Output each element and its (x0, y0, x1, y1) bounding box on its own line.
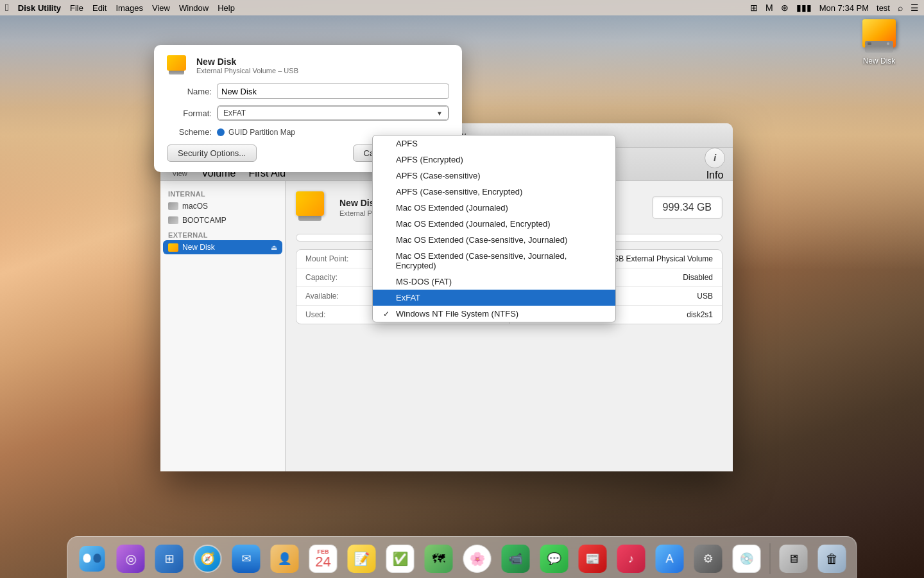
sidebar-external-header: External (160, 227, 285, 240)
type-value: USB External Physical Volume (608, 254, 713, 263)
connection-value: USB (697, 292, 713, 301)
available-label: Available: (305, 292, 339, 301)
erase-name-row: Name: (167, 83, 449, 99)
dock-separator (770, 543, 771, 574)
menu-help[interactable]: Help (218, 3, 235, 13)
dock-maps[interactable]: 🗺 (421, 541, 457, 577)
menu-view[interactable]: View (152, 3, 170, 13)
dock: ◎ ⊞ 🧭 ✉ 👤 FEB (67, 536, 857, 578)
calendar-icon: FEB 24 (309, 545, 338, 573)
appstore-icon: A (656, 545, 684, 573)
owners-value: Disabled (683, 273, 713, 282)
dock-mail[interactable]: ✉ (228, 541, 264, 577)
apple-menu[interactable]:  (5, 2, 9, 13)
dock-finder[interactable] (74, 541, 110, 577)
macos-disk-icon (168, 202, 178, 210)
menu-app-name[interactable]: Disk Utility (18, 3, 61, 13)
dropdown-item-apfs-encrypted[interactable]: APFS (Encrypted) (373, 152, 615, 168)
sidebar-bootcamp-label: BOOTCAMP (182, 216, 227, 225)
dock-reminders[interactable]: ✅ (382, 541, 418, 577)
new-disk-sidebar-icon (168, 243, 178, 252)
new-disk-icon-shape (862, 19, 896, 48)
erase-dialog-header: New Disk External Physical Volume – USB (167, 55, 449, 76)
used-label: Used: (305, 310, 325, 319)
finder-icon (80, 546, 105, 572)
sidebar-item-macos[interactable]: macOS (160, 199, 285, 213)
dock-calendar[interactable]: FEB 24 (305, 541, 341, 577)
dropdown-item-macos-journaled[interactable]: Mac OS Extended (Journaled) (373, 200, 615, 216)
file-sharing-icon: 🖥 (780, 545, 808, 573)
dock-news[interactable]: 📰 (575, 541, 611, 577)
scheme-value: GUID Partition Map (228, 128, 295, 137)
security-options-button[interactable]: Security Options... (167, 144, 257, 162)
erase-drive-stand (169, 71, 184, 74)
erase-format-control[interactable]: ExFAT ▼ (217, 105, 449, 121)
dock-photos[interactable]: 🌸 (459, 541, 495, 577)
dock-contacts[interactable]: 👤 (267, 541, 303, 577)
sidebar-macos-label: macOS (182, 202, 208, 211)
erase-dialog-drive-sub: External Physical Volume – USB (196, 67, 298, 74)
blue-dot (217, 128, 225, 136)
dock-siri[interactable]: ◎ (113, 541, 149, 577)
username: test (877, 3, 890, 13)
menu-images[interactable]: Images (116, 3, 143, 13)
disk-utility-dock-icon: 💿 (733, 545, 761, 573)
dock-system-preferences[interactable]: ⚙ (690, 541, 726, 577)
battery-icon[interactable]: ▮▮▮ (796, 3, 812, 13)
wifi-icon[interactable]: ⊛ (781, 3, 789, 13)
dropdown-item-ntfs[interactable]: ✓ Windows NT File System (NTFS) (373, 306, 615, 322)
messages-icon: 💬 (540, 545, 569, 573)
format-dropdown: APFS APFS (Encrypted) APFS (Case-sensiti… (372, 135, 616, 322)
photos-icon: 🌸 (463, 545, 492, 573)
erase-dialog-drive-name: New Disk (196, 57, 298, 67)
new-disk-label: New Disk (863, 57, 896, 66)
dock-appstore[interactable]: A (652, 541, 688, 577)
news-icon: 📰 (579, 545, 607, 573)
contacts-icon: 👤 (271, 545, 299, 573)
dropdown-item-apfs[interactable]: APFS (373, 136, 615, 152)
dropdown-item-macos-journaled-encrypted[interactable]: Mac OS Extended (Journaled, Encrypted) (373, 216, 615, 232)
dock-file-sharing[interactable]: 🖥 (776, 541, 812, 577)
erase-dialog-title-text: New Disk External Physical Volume – USB (196, 57, 298, 74)
music-icon: ♪ (617, 545, 646, 573)
dock-disk-utility[interactable]: 💿 (729, 541, 765, 577)
info-section: i Info (705, 148, 725, 181)
sidebar-internal-header: Internal (160, 186, 285, 199)
dropdown-item-apfs-case-encrypted[interactable]: APFS (Case-sensitive, Encrypted) (373, 184, 615, 200)
dock-trash[interactable]: 🗑 (814, 541, 850, 577)
erase-name-input[interactable] (217, 83, 449, 99)
control-center-icon[interactable]: ⊞ (750, 3, 758, 13)
notification-icon[interactable]: ☰ (911, 3, 919, 13)
dock-messages[interactable]: 💬 (536, 541, 572, 577)
sidebar-item-new-disk[interactable]: New Disk ⏏ (163, 240, 282, 254)
reminders-icon: ✅ (386, 545, 415, 573)
dock-launchpad[interactable]: ⊞ (151, 541, 187, 577)
dropdown-item-macos-case-journaled[interactable]: Mac OS Extended (Case-sensitive, Journal… (373, 232, 615, 248)
dropdown-item-exfat[interactable]: ExFAT (373, 290, 615, 306)
safari-icon: 🧭 (194, 545, 222, 573)
dock-music[interactable]: ♪ (613, 541, 649, 577)
menu-window[interactable]: Window (179, 3, 209, 13)
dock-notes[interactable]: 📝 (344, 541, 380, 577)
erase-format-row: Format: ExFAT ▼ (167, 105, 449, 121)
menubar:  Disk Utility File Edit Images View Win… (0, 0, 924, 15)
dock-safari[interactable]: 🧭 (190, 541, 226, 577)
dock-facetime[interactable]: 📹 (498, 541, 534, 577)
drive-icon-large (296, 191, 332, 223)
dropdown-item-macos-case-journaled-encrypted[interactable]: Mac OS Extended (Case-sensitive, Journal… (373, 248, 615, 274)
drive-stand (298, 216, 321, 221)
desktop-new-disk-icon[interactable]: New Disk (853, 19, 905, 66)
eject-icon[interactable]: ⏏ (271, 243, 277, 252)
format-select[interactable]: ExFAT ▼ (218, 106, 449, 120)
dropdown-item-msdos[interactable]: MS-DOS (FAT) (373, 274, 615, 290)
menu-edit[interactable]: Edit (92, 3, 107, 13)
menu-file[interactable]: File (70, 3, 83, 13)
dropdown-item-apfs-case[interactable]: APFS (Case-sensitive) (373, 168, 615, 184)
sidebar: Internal macOS BOOTCAMP External New Dis… (160, 181, 286, 471)
info-button[interactable]: i (705, 148, 725, 168)
search-icon[interactable]: ⌕ (898, 3, 903, 13)
trash-icon: 🗑 (818, 545, 846, 573)
sidebar-item-bootcamp[interactable]: BOOTCAMP (160, 213, 285, 227)
bootcamp-disk-icon (168, 216, 178, 224)
menubar-icon-m[interactable]: M (766, 3, 773, 13)
